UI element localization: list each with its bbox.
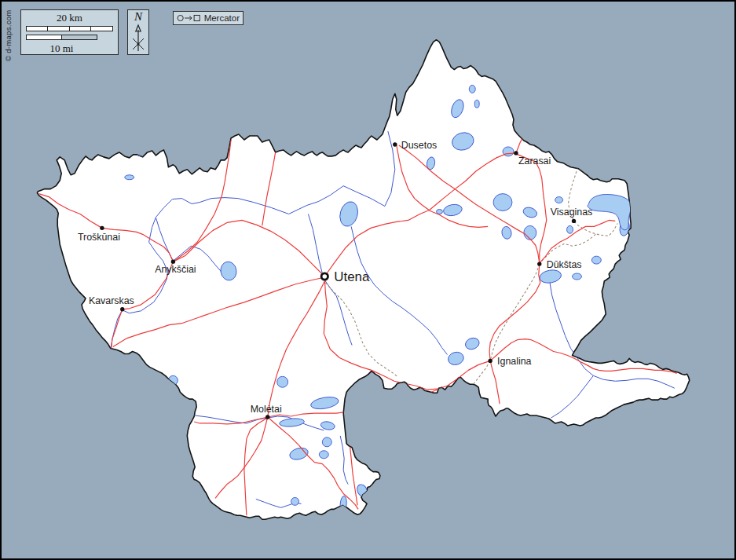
city-label: Molėtai	[251, 404, 282, 415]
compass-icon	[129, 24, 148, 53]
lake	[493, 194, 512, 211]
lake	[469, 85, 475, 93]
north-label: N	[128, 10, 148, 24]
north-legend: N	[127, 9, 149, 55]
city-marker	[100, 226, 104, 230]
city-label: Dūkštas	[547, 259, 582, 270]
city-label: Dusetos	[401, 140, 438, 151]
city-label: Visaginas	[551, 207, 593, 218]
scale-km-label: 20 km	[21, 12, 118, 24]
city-label: Zarasai	[518, 156, 551, 167]
scale-legend: 20 km 10 mi	[20, 9, 119, 55]
scale-bar-km	[26, 26, 113, 31]
map-canvas: TroškūnaiAnykščiaiKavarskasUtenaDusetosZ…	[2, 2, 734, 558]
lake	[319, 451, 328, 459]
lake	[322, 437, 331, 447]
lake	[277, 376, 288, 387]
lake	[125, 175, 134, 180]
city-marker	[514, 151, 518, 155]
copyright-text: © d-maps.com	[4, 9, 13, 61]
city-label: Anykščiai	[155, 264, 196, 275]
city-marker	[120, 307, 124, 311]
city-label: Utena	[334, 269, 370, 284]
projection-legend: Mercator	[173, 11, 244, 25]
city-label: Kavarskas	[89, 295, 134, 306]
lake	[591, 256, 601, 264]
lake	[524, 225, 536, 240]
city-marker	[572, 219, 576, 223]
city-label: Ignalina	[497, 356, 532, 367]
projection-label: Mercator	[204, 13, 240, 23]
projection-icon	[177, 13, 201, 23]
city-marker	[537, 262, 541, 265]
city-marker	[171, 259, 175, 263]
lake	[567, 225, 573, 233]
lake	[474, 100, 479, 108]
lake	[437, 210, 443, 214]
scale-bar-mi	[26, 35, 97, 40]
map-page: TroškūnaiAnykščiaiKavarskasUtenaDusetosZ…	[0, 0, 736, 560]
lake	[573, 273, 582, 280]
scale-mi-label: 10 mi	[26, 42, 97, 54]
city-marker-capital	[321, 273, 328, 280]
city-marker	[265, 415, 269, 419]
lake	[555, 197, 563, 203]
city-marker	[488, 359, 492, 363]
lake	[291, 497, 299, 505]
city-label: Troškūnai	[78, 232, 120, 243]
city-marker	[393, 142, 397, 146]
